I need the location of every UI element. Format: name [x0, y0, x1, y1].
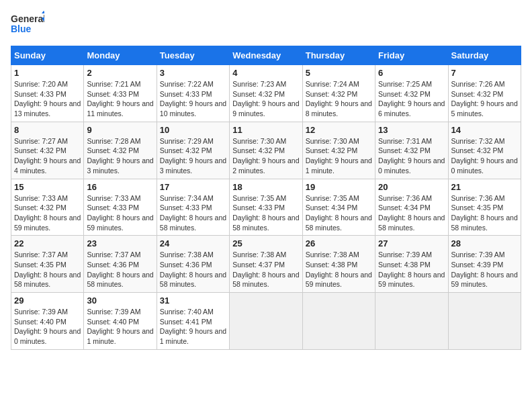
day-number: 29: [14, 295, 81, 306]
day-number: 22: [14, 238, 81, 248]
header: General Blue: [11, 11, 521, 38]
header-saturday: Saturday: [448, 46, 521, 65]
calendar-cell: 8Sunrise: 7:27 AMSunset: 4:32 PMDaylight…: [11, 122, 84, 179]
day-number: 17: [160, 182, 226, 192]
day-number: 7: [451, 68, 518, 78]
calendar-header-row: SundayMondayTuesdayWednesdayThursdayFrid…: [11, 46, 521, 65]
header-friday: Friday: [375, 46, 448, 65]
calendar-table: SundayMondayTuesdayWednesdayThursdayFrid…: [11, 46, 521, 350]
calendar-cell: 19Sunrise: 7:35 AMSunset: 4:34 PMDayligh…: [302, 179, 375, 236]
day-number: 24: [160, 238, 226, 248]
calendar-week-1: 8Sunrise: 7:27 AMSunset: 4:32 PMDaylight…: [11, 122, 521, 179]
day-info: Sunrise: 7:40 AMSunset: 4:41 PMDaylight:…: [160, 307, 226, 347]
day-info: Sunrise: 7:29 AMSunset: 4:32 PMDaylight:…: [160, 136, 226, 176]
day-number: 5: [306, 68, 372, 78]
day-number: 16: [87, 182, 153, 192]
day-number: 3: [160, 68, 226, 78]
calendar-cell: 16Sunrise: 7:33 AMSunset: 4:33 PMDayligh…: [84, 179, 157, 236]
calendar-cell: 1Sunrise: 7:20 AMSunset: 4:33 PMDaylight…: [11, 65, 84, 122]
day-number: 12: [306, 125, 372, 135]
calendar-cell: 15Sunrise: 7:33 AMSunset: 4:32 PMDayligh…: [11, 179, 84, 236]
day-number: 14: [451, 125, 518, 135]
day-info: Sunrise: 7:35 AMSunset: 4:34 PMDaylight:…: [306, 193, 372, 233]
calendar-cell: 9Sunrise: 7:28 AMSunset: 4:32 PMDaylight…: [84, 122, 157, 179]
day-info: Sunrise: 7:38 AMSunset: 4:37 PMDaylight:…: [232, 250, 299, 289]
calendar-cell: 6Sunrise: 7:25 AMSunset: 4:32 PMDaylight…: [375, 65, 448, 122]
header-monday: Monday: [84, 46, 157, 65]
header-sunday: Sunday: [11, 46, 84, 65]
calendar-cell: 17Sunrise: 7:34 AMSunset: 4:33 PMDayligh…: [157, 179, 229, 236]
day-info: Sunrise: 7:39 AMSunset: 4:39 PMDaylight:…: [451, 250, 518, 289]
day-info: Sunrise: 7:23 AMSunset: 4:32 PMDaylight:…: [232, 79, 299, 119]
logo: General Blue: [11, 11, 44, 38]
day-info: Sunrise: 7:27 AMSunset: 4:32 PMDaylight:…: [14, 136, 81, 176]
calendar-cell: 4Sunrise: 7:23 AMSunset: 4:32 PMDaylight…: [230, 65, 302, 122]
day-number: 4: [232, 68, 299, 78]
calendar-cell: [375, 293, 448, 350]
calendar-cell: 12Sunrise: 7:30 AMSunset: 4:32 PMDayligh…: [302, 122, 375, 179]
day-info: Sunrise: 7:37 AMSunset: 4:36 PMDaylight:…: [87, 250, 153, 289]
day-number: 9: [87, 125, 153, 135]
day-number: 11: [232, 125, 299, 135]
day-info: Sunrise: 7:24 AMSunset: 4:32 PMDaylight:…: [306, 79, 372, 119]
day-info: Sunrise: 7:36 AMSunset: 4:35 PMDaylight:…: [451, 193, 518, 233]
calendar-week-0: 1Sunrise: 7:20 AMSunset: 4:33 PMDaylight…: [11, 65, 521, 122]
day-number: 25: [232, 238, 299, 248]
day-number: 26: [306, 238, 372, 248]
day-info: Sunrise: 7:21 AMSunset: 4:33 PMDaylight:…: [87, 79, 153, 119]
day-number: 19: [306, 182, 372, 192]
calendar-cell: 30Sunrise: 7:39 AMSunset: 4:40 PMDayligh…: [84, 293, 157, 350]
day-info: Sunrise: 7:34 AMSunset: 4:33 PMDaylight:…: [160, 193, 226, 233]
svg-text:Blue: Blue: [11, 24, 32, 34]
day-number: 27: [378, 238, 445, 248]
calendar-cell: 11Sunrise: 7:30 AMSunset: 4:32 PMDayligh…: [230, 122, 302, 179]
day-number: 20: [378, 182, 445, 192]
calendar-cell: 13Sunrise: 7:31 AMSunset: 4:32 PMDayligh…: [375, 122, 448, 179]
calendar-cell: 5Sunrise: 7:24 AMSunset: 4:32 PMDaylight…: [302, 65, 375, 122]
day-info: Sunrise: 7:28 AMSunset: 4:32 PMDaylight:…: [87, 136, 153, 176]
calendar-cell: 21Sunrise: 7:36 AMSunset: 4:35 PMDayligh…: [448, 179, 521, 236]
calendar-cell: 25Sunrise: 7:38 AMSunset: 4:37 PMDayligh…: [230, 236, 302, 293]
day-info: Sunrise: 7:30 AMSunset: 4:32 PMDaylight:…: [306, 136, 372, 176]
day-info: Sunrise: 7:22 AMSunset: 4:33 PMDaylight:…: [160, 79, 226, 119]
day-info: Sunrise: 7:25 AMSunset: 4:32 PMDaylight:…: [378, 79, 445, 119]
day-info: Sunrise: 7:31 AMSunset: 4:32 PMDaylight:…: [378, 136, 445, 176]
calendar-cell: [448, 293, 521, 350]
calendar-cell: [302, 293, 375, 350]
calendar-week-2: 15Sunrise: 7:33 AMSunset: 4:32 PMDayligh…: [11, 179, 521, 236]
day-number: 21: [451, 182, 518, 192]
day-number: 1: [14, 68, 81, 78]
day-number: 28: [451, 238, 518, 248]
day-number: 18: [232, 182, 299, 192]
day-info: Sunrise: 7:37 AMSunset: 4:35 PMDaylight:…: [14, 250, 81, 289]
calendar-cell: 10Sunrise: 7:29 AMSunset: 4:32 PMDayligh…: [157, 122, 229, 179]
calendar-cell: 3Sunrise: 7:22 AMSunset: 4:33 PMDaylight…: [157, 65, 229, 122]
calendar-cell: 2Sunrise: 7:21 AMSunset: 4:33 PMDaylight…: [84, 65, 157, 122]
calendar-cell: 31Sunrise: 7:40 AMSunset: 4:41 PMDayligh…: [157, 293, 229, 350]
day-info: Sunrise: 7:39 AMSunset: 4:38 PMDaylight:…: [378, 250, 445, 289]
day-info: Sunrise: 7:20 AMSunset: 4:33 PMDaylight:…: [14, 79, 81, 119]
svg-text:General: General: [11, 13, 44, 24]
day-info: Sunrise: 7:35 AMSunset: 4:33 PMDaylight:…: [232, 193, 299, 233]
day-info: Sunrise: 7:33 AMSunset: 4:32 PMDaylight:…: [14, 193, 81, 233]
day-number: 2: [87, 68, 153, 78]
calendar-cell: 14Sunrise: 7:32 AMSunset: 4:32 PMDayligh…: [448, 122, 521, 179]
header-thursday: Thursday: [302, 46, 375, 65]
day-number: 30: [87, 295, 153, 306]
header-tuesday: Tuesday: [157, 46, 229, 65]
calendar-week-3: 22Sunrise: 7:37 AMSunset: 4:35 PMDayligh…: [11, 236, 521, 293]
day-info: Sunrise: 7:30 AMSunset: 4:32 PMDaylight:…: [232, 136, 299, 176]
calendar-cell: 22Sunrise: 7:37 AMSunset: 4:35 PMDayligh…: [11, 236, 84, 293]
svg-marker-2: [42, 11, 44, 13]
day-number: 31: [160, 295, 226, 306]
day-number: 10: [160, 125, 226, 135]
calendar-cell: 29Sunrise: 7:39 AMSunset: 4:40 PMDayligh…: [11, 293, 84, 350]
calendar-cell: 20Sunrise: 7:36 AMSunset: 4:34 PMDayligh…: [375, 179, 448, 236]
calendar-cell: 26Sunrise: 7:38 AMSunset: 4:38 PMDayligh…: [302, 236, 375, 293]
day-number: 13: [378, 125, 445, 135]
day-number: 6: [378, 68, 445, 78]
calendar-cell: 23Sunrise: 7:37 AMSunset: 4:36 PMDayligh…: [84, 236, 157, 293]
day-info: Sunrise: 7:39 AMSunset: 4:40 PMDaylight:…: [87, 307, 153, 347]
day-info: Sunrise: 7:38 AMSunset: 4:38 PMDaylight:…: [306, 250, 372, 289]
day-number: 15: [14, 182, 81, 192]
